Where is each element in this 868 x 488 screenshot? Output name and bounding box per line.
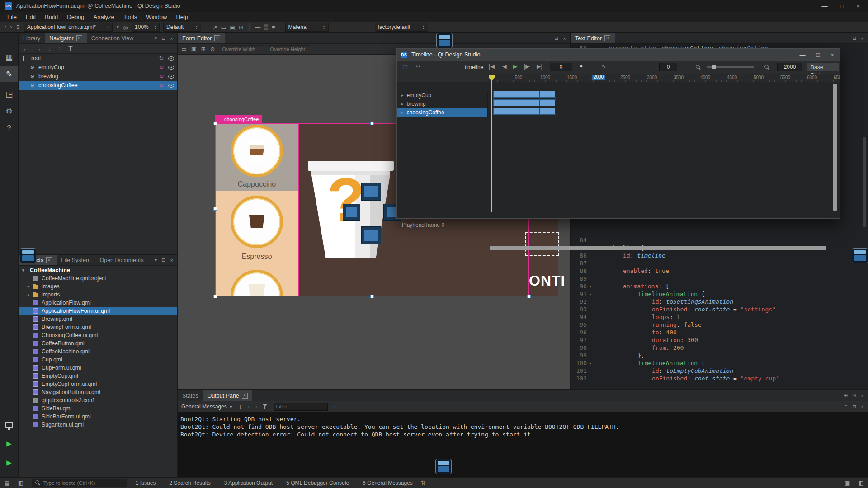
float-panel-icon[interactable]: ⊡ bbox=[161, 35, 165, 41]
tab-output-pane[interactable]: Output Pane× bbox=[203, 390, 252, 401]
prev-frame-icon[interactable]: ◀ bbox=[502, 63, 507, 70]
timeline-name[interactable]: timeline bbox=[465, 64, 483, 70]
project-file[interactable]: Brewing.qml bbox=[19, 315, 177, 323]
menu-window[interactable]: Window bbox=[142, 14, 171, 20]
timeline-tracks-area[interactable]: ▸emptyCup▸brewing▸choosingCoffee bbox=[397, 82, 840, 218]
tab-form-editor[interactable]: Form Editor× bbox=[178, 33, 225, 43]
menu-file[interactable]: File bbox=[3, 14, 21, 20]
timeline-track-emptyCup[interactable]: ▸emptyCup bbox=[397, 91, 487, 99]
sugar-cube[interactable] bbox=[343, 204, 360, 221]
timeline-vscrollbar[interactable] bbox=[833, 84, 837, 211]
select-tool-icon[interactable]: ▭ bbox=[181, 46, 187, 52]
frame-icon[interactable]: ▭ bbox=[221, 24, 226, 31]
zoom-combo[interactable]: 100% bbox=[132, 23, 160, 32]
menu-analyze[interactable]: Analyze bbox=[89, 14, 119, 20]
project-file[interactable]: SideBarForm.ui.qml bbox=[19, 413, 177, 421]
project-file[interactable]: CupForm.ui.qml bbox=[19, 364, 177, 372]
project-file[interactable]: CoffeeMachine.qml bbox=[19, 347, 177, 356]
to-end-icon[interactable]: ▶| bbox=[537, 63, 542, 70]
timeline-track-brewing[interactable]: ▸brewing bbox=[397, 99, 487, 108]
project-file[interactable]: CoffeeButton.qml bbox=[19, 339, 177, 347]
close-tab-icon[interactable]: × bbox=[214, 35, 220, 41]
cappuccino-icon[interactable] bbox=[231, 125, 283, 177]
nav-left-icon[interactable]: ← bbox=[23, 46, 28, 52]
float-panel-icon[interactable]: ⊡ bbox=[852, 404, 856, 410]
secondary-frame-field[interactable]: 0 bbox=[659, 63, 677, 71]
visibility-eye-icon[interactable] bbox=[168, 84, 174, 88]
panel-menu-icon[interactable]: ▾ bbox=[155, 257, 157, 263]
border-icon[interactable]: ▣ bbox=[230, 24, 235, 31]
timeline-titlebar[interactable]: DS Timeline - Qt Design Studio — □ × bbox=[397, 49, 840, 61]
minimize-button[interactable]: — bbox=[800, 52, 806, 58]
fold-marker-icon[interactable]: ▾ bbox=[587, 284, 594, 289]
menu-debug[interactable]: Debug bbox=[62, 14, 89, 20]
project-file[interactable]: CoffeeMachine.qmlproject bbox=[19, 274, 177, 282]
alias-export-icon[interactable]: ↻ bbox=[159, 55, 164, 61]
close-panel-icon[interactable]: × bbox=[861, 404, 864, 409]
expand-arrow-icon[interactable]: ▸ bbox=[28, 292, 33, 297]
tab-file-system[interactable]: File System bbox=[57, 255, 95, 265]
end-frame-field[interactable]: 2000 bbox=[777, 63, 802, 71]
grid-mode-icon[interactable]: ⊞ bbox=[239, 24, 243, 31]
gradient-icon[interactable]: ▒ bbox=[264, 24, 268, 30]
nav-down-icon[interactable]: ↓ bbox=[48, 46, 51, 52]
project-file[interactable]: Cup.qml bbox=[19, 356, 177, 364]
project-file[interactable]: ChoosingCoffee.ui.qml bbox=[19, 331, 177, 339]
timeline-track-choosingCoffee[interactable]: ▸choosingCoffee bbox=[397, 108, 487, 117]
project-file[interactable]: ▸images bbox=[19, 282, 177, 291]
maximize-button[interactable]: □ bbox=[816, 52, 820, 58]
visibility-eye-icon[interactable] bbox=[168, 66, 174, 70]
snap-grid-icon[interactable]: ⊞ bbox=[201, 46, 206, 52]
back-icon[interactable]: ‹ bbox=[5, 24, 6, 30]
zoom-in-icon[interactable]: + bbox=[333, 403, 337, 410]
filter-icon[interactable] bbox=[68, 46, 74, 52]
save-icon[interactable]: ↧ bbox=[15, 24, 20, 31]
navigator-item-brewing[interactable]: ⚙brewing↻ bbox=[19, 72, 177, 81]
pane-updown-icon[interactable]: ⇅ bbox=[421, 479, 425, 486]
output-pane-button-1[interactable]: 1 Issues bbox=[136, 480, 156, 486]
current-frame-field[interactable]: 0 bbox=[550, 63, 572, 71]
fill-icon[interactable]: ■ bbox=[272, 24, 275, 30]
to-start-icon[interactable]: |◀ bbox=[489, 63, 495, 70]
float-panel-icon[interactable]: ⊡ bbox=[852, 393, 856, 399]
menu-help[interactable]: Help bbox=[171, 14, 193, 20]
panel-grid-icon[interactable]: ⊞ bbox=[844, 393, 848, 399]
project-file[interactable]: EmptyCupForm.ui.qml bbox=[19, 380, 177, 388]
menu-edit[interactable]: Edit bbox=[21, 14, 40, 20]
zoom-slider-handle[interactable] bbox=[712, 65, 716, 69]
base-state-button[interactable]: Base State bbox=[807, 63, 840, 72]
console-output[interactable]: Boot2Qt: Starting QDB host server.Boot2Q… bbox=[178, 412, 868, 477]
next-item-icon[interactable]: › bbox=[255, 404, 257, 410]
override-width-field[interactable] bbox=[220, 45, 263, 53]
timeline-hscrollbar[interactable] bbox=[490, 246, 826, 250]
editor-scrollbar[interactable] bbox=[863, 137, 866, 227]
line-icon[interactable]: — bbox=[255, 24, 261, 30]
tab-states[interactable]: States bbox=[178, 390, 203, 401]
expand-arrow-icon[interactable]: ▾ bbox=[22, 268, 28, 272]
progress-icon[interactable]: ▣ bbox=[844, 479, 850, 486]
zoom-out-icon[interactable]: − bbox=[342, 403, 346, 410]
right-sidebar-toggle-icon[interactable]: ◧ bbox=[858, 479, 863, 486]
run-target-icon[interactable]: ◎ bbox=[123, 24, 128, 31]
close-button[interactable]: × bbox=[856, 3, 860, 9]
style-combo[interactable]: Default bbox=[163, 23, 201, 32]
output-pane-button-3[interactable]: 3 Application Output bbox=[224, 480, 273, 486]
output-pane-button-5[interactable]: 6 General Messages bbox=[363, 480, 413, 486]
expand-arrow-icon[interactable]: ▸ bbox=[401, 102, 404, 106]
workspace-icon[interactable]: ◳ bbox=[0, 86, 18, 102]
float-panel-icon[interactable]: ⊡ bbox=[161, 257, 165, 263]
tab-library[interactable]: Library bbox=[19, 33, 45, 43]
channel-combo[interactable]: General Messages ▾ bbox=[181, 404, 232, 410]
close-panel-icon[interactable]: × bbox=[861, 393, 864, 399]
close-panel-icon[interactable]: × bbox=[170, 258, 173, 263]
resize-handle[interactable] bbox=[370, 122, 374, 125]
document-combo[interactable]: ApplicationFlowForm.ui.qml* bbox=[24, 23, 113, 32]
kit-combo[interactable]: factorydefault bbox=[375, 23, 428, 32]
curve-editor-icon[interactable]: ∿ bbox=[601, 63, 606, 70]
design-mode-icon[interactable]: ✎ bbox=[0, 66, 18, 82]
timeline-ruler[interactable]: 5001000150020002500300035004000450050005… bbox=[488, 74, 840, 82]
animation-settings-icon[interactable]: ✂ bbox=[416, 63, 420, 70]
tools-wrench-icon[interactable]: ⚙ bbox=[0, 103, 18, 119]
close-button[interactable]: × bbox=[830, 52, 834, 58]
record-icon[interactable]: ● bbox=[580, 63, 583, 69]
